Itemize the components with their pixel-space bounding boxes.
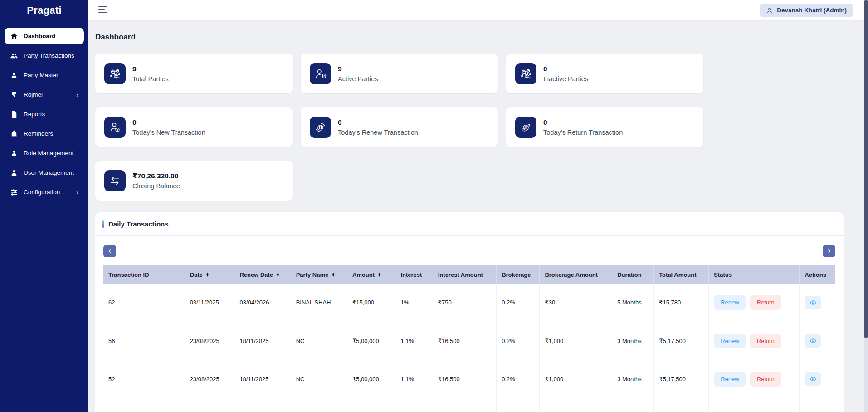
sidebar: Pragati Dashboard Party Transactions Par… xyxy=(0,0,88,412)
col-party-name[interactable]: Party Name▲▼ xyxy=(291,265,347,284)
parties-network-icon xyxy=(104,63,126,84)
chevron-right-icon xyxy=(826,248,832,254)
stat-card-todays-new-transaction: 0 Today's New Transaction xyxy=(95,107,293,147)
col-interest: Interest xyxy=(395,265,433,284)
person-shield-icon xyxy=(310,63,331,84)
person-return-icon xyxy=(515,117,536,138)
cell-renew-date: 03/04/2026 xyxy=(234,284,291,322)
page-content: Dashboard 9 Total Parties 9 Active Parti… xyxy=(88,21,864,412)
next-page-button[interactable] xyxy=(823,245,835,257)
stat-cards-grid: 9 Total Parties 9 Active Parties 0 xyxy=(95,54,844,201)
stat-card-total-parties: 9 Total Parties xyxy=(95,54,293,93)
sidebar-item-label: Party Master xyxy=(24,72,59,78)
home-icon xyxy=(10,32,18,40)
sidebar-item-rojmel[interactable]: ₹ Rojmel › xyxy=(5,86,84,103)
cell-interest: 1% xyxy=(395,284,433,322)
sidebar-item-role-management[interactable]: Role Management xyxy=(5,145,84,162)
panel-header: Daily Transactions xyxy=(95,212,844,236)
sliders-icon xyxy=(10,188,18,196)
view-button[interactable] xyxy=(805,334,821,348)
col-actions: Actions xyxy=(800,265,835,284)
sidebar-item-label: User Management xyxy=(24,169,74,176)
stat-label: Active Parties xyxy=(338,75,378,83)
col-renew-date[interactable]: Renew Date▲▼ xyxy=(234,265,291,284)
person-plus-icon xyxy=(104,117,126,138)
sidebar-item-label: Configuration xyxy=(24,189,60,196)
sidebar-item-configuration[interactable]: Configuration › xyxy=(5,184,84,201)
stat-value: 0 xyxy=(132,118,205,127)
cell-brokerage-amount: ₹30 xyxy=(540,284,612,322)
table-row: 62 03/11/2025 03/04/2026 BINAL SHAH ₹15,… xyxy=(103,284,835,322)
bell-icon xyxy=(10,130,18,138)
stat-card-todays-return-transaction: 0 Today's Return Transaction xyxy=(506,107,703,147)
cell-transaction-id: 62 xyxy=(103,284,185,322)
user-icon xyxy=(766,7,773,14)
col-date[interactable]: Date▲▼ xyxy=(185,265,234,284)
return-button[interactable]: Return xyxy=(750,295,781,310)
daily-transactions-panel: Daily Transactions xyxy=(95,212,844,412)
col-amount[interactable]: Amount▲▼ xyxy=(347,265,395,284)
user-menu-button[interactable]: Devansh Khatri (Admin) xyxy=(760,4,853,17)
cell-transaction-id: 52 xyxy=(103,360,185,398)
person-icon xyxy=(10,71,18,79)
cell-duration: 5 Months xyxy=(612,284,654,322)
cell-party-name: BINAL SHAH xyxy=(291,284,347,322)
sidebar-item-reminders[interactable]: Reminders xyxy=(5,125,84,142)
stat-card-closing-balance: ₹70,26,320.00 Closing Balance xyxy=(95,161,293,201)
scrollbar[interactable] xyxy=(864,0,868,412)
renew-button[interactable]: Renew xyxy=(714,334,746,348)
table-header-row: Transaction ID Date▲▼ Renew Date▲▼ Party… xyxy=(103,265,835,284)
renew-button[interactable]: Renew xyxy=(714,372,746,387)
cell-status: RenewReturn xyxy=(709,284,800,322)
sidebar-item-dashboard[interactable]: Dashboard xyxy=(5,28,84,44)
col-total-amount: Total Amount xyxy=(654,265,709,284)
cell-date: 23/08/2025 xyxy=(185,322,234,360)
col-duration: Duration xyxy=(612,265,654,284)
cell-total-amount: ₹5,17,500 xyxy=(654,322,709,360)
sidebar-item-label: Reports xyxy=(24,111,45,118)
stat-value: 0 xyxy=(543,118,623,127)
eye-icon xyxy=(809,299,817,306)
document-icon xyxy=(10,110,18,118)
cell-party-name: NC xyxy=(291,360,347,398)
stat-label: Total Parties xyxy=(132,75,169,83)
table-row: 52 23/08/2025 18/11/2025 NC ₹5,00,000 1.… xyxy=(103,360,835,398)
sort-icon: ▲▼ xyxy=(378,272,381,277)
cell-interest-amount: ₹16,500 xyxy=(433,360,496,398)
return-button[interactable]: Return xyxy=(750,372,781,387)
rupee-icon: ₹ xyxy=(10,91,18,99)
sidebar-item-party-transactions[interactable]: Party Transactions xyxy=(5,47,84,64)
sidebar-item-user-management[interactable]: User Management xyxy=(5,164,84,181)
sidebar-item-party-master[interactable]: Party Master xyxy=(5,67,84,83)
cell-actions xyxy=(800,360,835,398)
sidebar-item-label: Dashboard xyxy=(24,33,56,39)
accent-bar xyxy=(102,220,104,228)
view-button[interactable] xyxy=(805,372,821,386)
stat-value: ₹70,26,320.00 xyxy=(132,172,180,180)
sidebar-item-label: Role Management xyxy=(24,150,73,157)
cell-duration: 3 Months xyxy=(612,322,654,360)
sort-icon: ▲▼ xyxy=(206,272,209,277)
hamburger-menu-icon[interactable] xyxy=(98,6,107,15)
view-button[interactable] xyxy=(805,296,821,309)
panel-body: Transaction ID Date▲▼ Renew Date▲▼ Party… xyxy=(95,236,844,412)
top-bar: Devansh Khatri (Admin) xyxy=(88,0,864,21)
renew-button[interactable]: Renew xyxy=(714,295,746,310)
col-brokerage-amount: Brokerage Amount xyxy=(540,265,612,284)
cell-interest: 1.1% xyxy=(395,360,433,398)
col-status: Status xyxy=(709,265,800,284)
prev-page-button[interactable] xyxy=(103,245,116,257)
stat-card-todays-renew-transaction: 0 Today's Renew Transaction xyxy=(301,107,498,147)
chevron-right-icon: › xyxy=(76,91,78,98)
col-brokerage: Brokerage xyxy=(497,265,540,284)
col-transaction-id: Transaction ID xyxy=(103,265,185,284)
user-name-label: Devansh Khatri (Admin) xyxy=(777,7,847,14)
main-area: Devansh Khatri (Admin) Dashboard 9 Total… xyxy=(88,0,864,412)
cell-transaction-id: 56 xyxy=(103,322,185,360)
sidebar-item-reports[interactable]: Reports xyxy=(5,106,84,123)
scrollbar-thumb[interactable] xyxy=(864,0,868,338)
return-button[interactable]: Return xyxy=(750,334,781,348)
sort-icon: ▲▼ xyxy=(332,272,335,277)
cell-amount: ₹5,00,000 xyxy=(347,360,395,398)
stat-label: Today's Renew Transaction xyxy=(338,129,418,136)
